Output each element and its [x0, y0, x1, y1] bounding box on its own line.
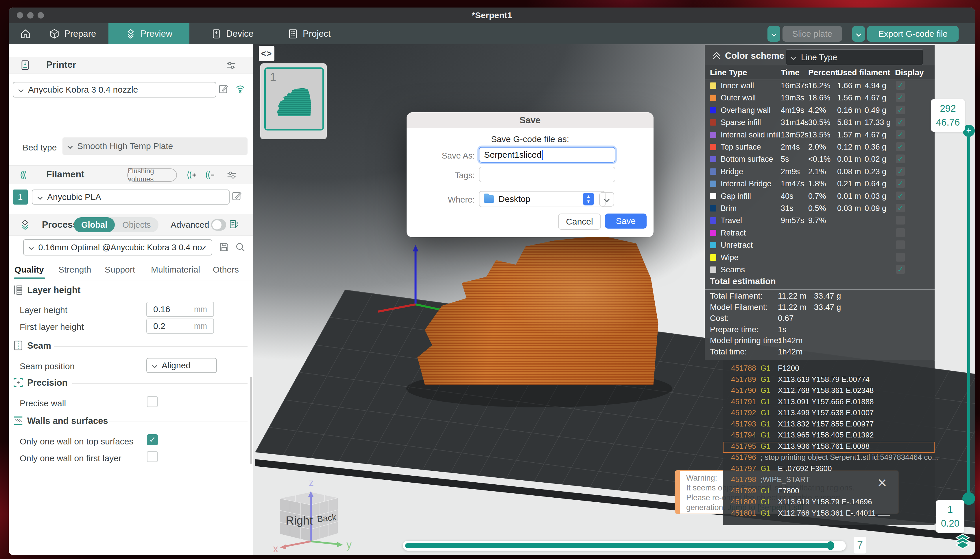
printer-preset-select[interactable]: Anycubic Kobra 3 0.4 nozzle: [13, 82, 216, 98]
filament-preset-select[interactable]: Anycubic PLA: [32, 190, 229, 205]
flushing-volumes-button[interactable]: Flushing volumes: [127, 169, 177, 182]
save-as-label: Save As:: [417, 151, 475, 160]
minimize-warning-icon[interactable]: —: [878, 507, 890, 521]
display-checkbox[interactable]: ✓: [896, 81, 905, 90]
process-preset-select[interactable]: 0.16mm Optimal @Anycubic Kobra 3 0.4 noz…: [23, 239, 212, 255]
line-type-label: Brim: [721, 204, 737, 213]
home-tab[interactable]: [14, 23, 37, 44]
filament-slot-badge[interactable]: 1: [13, 190, 28, 205]
tags-input[interactable]: [479, 167, 615, 182]
chevron-down-icon: [18, 87, 23, 92]
display-checkbox[interactable]: ✓: [896, 154, 905, 163]
segment-global[interactable]: Global: [74, 217, 115, 232]
gcode-line[interactable]: 451801G1X112.768 Y158.361 E-.44011: [723, 509, 935, 520]
tab-quality[interactable]: Quality: [15, 265, 44, 275]
tab-others[interactable]: Others: [213, 265, 239, 275]
layers-slider-icon[interactable]: [954, 533, 971, 550]
gcode-line[interactable]: 451791G1X113.091 Y157.666 E.01888: [723, 397, 935, 408]
tab-multimaterial[interactable]: Multimaterial: [151, 265, 200, 275]
gcode-line[interactable]: 451794G1X113.965 Y158.405 E.01392: [723, 430, 935, 442]
search-preset-icon[interactable]: [235, 241, 246, 253]
slice-options-dropdown[interactable]: [767, 26, 780, 42]
gcode-line[interactable]: 451788G1F1200: [723, 364, 935, 375]
chevron-down-icon: [790, 55, 796, 60]
gcode-line[interactable]: 451795G1X113.936 Y158.761 E.0088: [723, 442, 935, 453]
gcode-line[interactable]: 451792G1X113.499 Y157.638 E.01007: [723, 408, 935, 419]
edit-printer-icon[interactable]: [218, 84, 229, 94]
close-warning-icon[interactable]: ✕: [877, 476, 887, 490]
one-wall-first-checkbox[interactable]: [147, 451, 158, 462]
layer-height-input[interactable]: 0.16 mm: [146, 302, 214, 317]
display-checkbox[interactable]: ✓: [896, 179, 905, 188]
gcode-line[interactable]: 451790G1X112.768 Y158.361 E.02348: [723, 386, 935, 397]
where-select[interactable]: Desktop ▲▼: [479, 191, 605, 207]
save-button[interactable]: Save: [605, 213, 647, 228]
edit-filament-icon[interactable]: [231, 191, 243, 202]
layer-height-value: 0.16: [153, 304, 170, 314]
filament-settings-icon[interactable]: [226, 170, 237, 180]
color-scheme-select[interactable]: Line Type: [786, 49, 923, 65]
one-wall-top-checkbox[interactable]: ✓: [147, 434, 158, 445]
display-checkbox[interactable]: ✓: [896, 265, 905, 274]
gcode-move-slider-knob[interactable]: [827, 541, 834, 550]
gcode-line[interactable]: 451798;WIPE_START: [723, 475, 935, 486]
collapse-plate-list-button[interactable]: <>: [259, 46, 274, 61]
wifi-icon[interactable]: [235, 83, 246, 94]
tab-support[interactable]: Support: [105, 265, 135, 275]
printer-settings-icon[interactable]: [226, 60, 236, 71]
display-checkbox[interactable]: ✓: [896, 93, 905, 102]
section-title-layer-height: Layer height: [27, 285, 81, 295]
preview-icon: [125, 29, 136, 39]
segment-objects[interactable]: Objects: [115, 217, 158, 232]
gcode-command: G1: [761, 386, 770, 395]
advanced-toggle[interactable]: [211, 219, 226, 231]
display-checkbox[interactable]: ✓: [896, 192, 905, 200]
gcode-line[interactable]: 451796; stop printing object Serpent1.st…: [723, 453, 935, 464]
display-checkbox[interactable]: ✓: [896, 142, 905, 151]
display-checkbox[interactable]: [896, 253, 905, 261]
gcode-line[interactable]: 451797G1E-.07692 F3600: [723, 464, 935, 475]
display-checkbox[interactable]: [896, 216, 905, 225]
tab-device[interactable]: Device: [211, 23, 269, 44]
gcode-viewer[interactable]: 451788G1F1200451789G1X113.619 Y158.79 E.…: [723, 360, 935, 525]
remove-filament-icon[interactable]: [204, 170, 215, 180]
cancel-button[interactable]: Cancel: [558, 213, 601, 230]
display-checkbox[interactable]: ✓: [896, 167, 905, 175]
export-gcode-button[interactable]: Export G-code file: [867, 26, 959, 42]
tab-preview[interactable]: Preview: [109, 23, 190, 44]
slice-plate-button[interactable]: Slice plate: [782, 26, 842, 42]
process-scope-toggle[interactable]: Global Objects: [74, 217, 158, 232]
where-expand-button[interactable]: [599, 192, 614, 207]
display-checkbox[interactable]: [896, 240, 905, 249]
gcode-line[interactable]: 451793G1X113.832 Y157.855 E.00977: [723, 420, 935, 430]
display-checkbox[interactable]: ✓: [896, 130, 905, 139]
parameter-list-icon[interactable]: [229, 219, 239, 229]
tab-prepare[interactable]: Prepare: [49, 23, 113, 44]
save-preset-icon[interactable]: [219, 241, 229, 253]
collapse-panel-icon[interactable]: [711, 50, 722, 61]
bed-type-select[interactable]: Smooth High Temp Plate: [63, 137, 247, 155]
first-layer-height-input[interactable]: 0.2 mm: [146, 319, 214, 334]
gcode-line[interactable]: 451800G1X113.619 Y158.79 E-.14696: [723, 497, 935, 508]
seam-position-select[interactable]: Aligned: [146, 358, 217, 373]
tab-strength[interactable]: Strength: [58, 265, 91, 275]
sidebar-scrollbar[interactable]: [250, 377, 252, 464]
display-checkbox[interactable]: ✓: [896, 204, 905, 212]
gcode-line[interactable]: 451799G1F7800: [723, 486, 935, 497]
gcode-line[interactable]: 451789G1X113.619 Y158.79 E.00774: [723, 375, 935, 386]
export-options-dropdown[interactable]: [852, 26, 865, 42]
plate-thumbnail[interactable]: 1: [264, 68, 324, 131]
orientation-cube[interactable]: z y x Right Back: [269, 473, 353, 555]
tab-project[interactable]: Project: [288, 23, 348, 44]
precise-wall-checkbox[interactable]: [147, 396, 158, 407]
display-checkbox[interactable]: ✓: [896, 118, 905, 126]
seam-position-value: Aligned: [162, 361, 191, 370]
save-as-input[interactable]: Serpent1sliced: [479, 147, 615, 163]
gcode-move-slider[interactable]: [403, 541, 846, 551]
add-filament-icon[interactable]: [186, 170, 196, 180]
total-label: Model Filament:: [710, 303, 767, 312]
display-checkbox[interactable]: ✓: [896, 106, 905, 114]
layer-range-slider[interactable]: [967, 136, 970, 495]
select-stepper-icon[interactable]: ▲▼: [583, 193, 594, 205]
display-checkbox[interactable]: [896, 228, 905, 237]
